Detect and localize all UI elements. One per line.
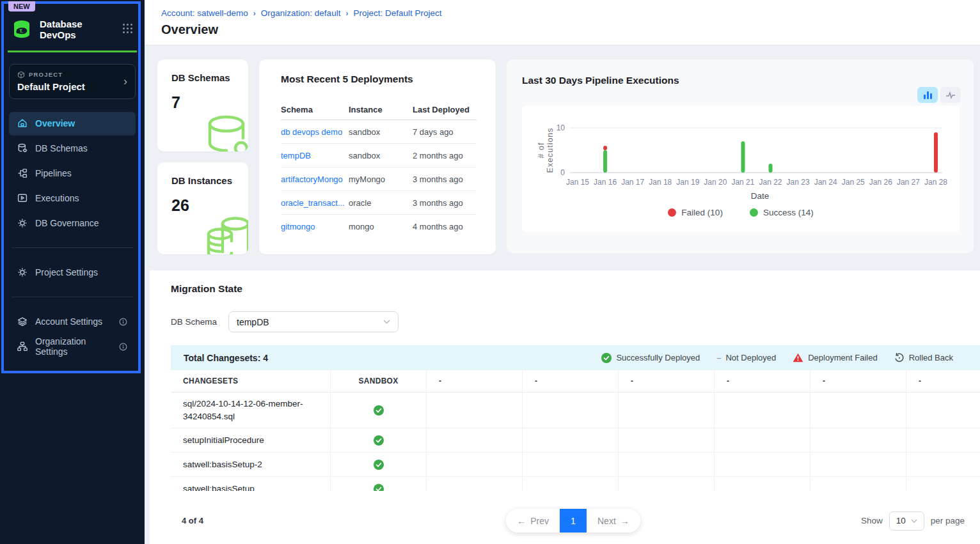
project-selector[interactable]: PROJECT Default Project › [9,64,136,99]
database-outline-icon [205,114,248,152]
chart-legend-item[interactable]: Success (14) [750,208,814,217]
page-size-select[interactable]: 10 [889,511,924,531]
breadcrumb-organization-link[interactable]: Organization: default [261,8,341,18]
svg-text:Date: Date [751,191,770,201]
sidebar-item-label: DB Governance [35,218,128,228]
show-label: Show [861,516,883,525]
dash-icon: – [716,353,721,362]
chevron-right-icon: › [123,75,127,88]
col-last-deployed: Last Deployed [413,105,477,114]
legend-deployment-failed: Deployment Failed [793,353,877,362]
db-schemas-card: DB Schemas 7 [157,59,248,152]
line-chart-toggle-button[interactable] [940,87,961,103]
svg-text:# ofExecutions: # ofExecutions [537,127,555,173]
db-instances-count: 26 [171,196,248,215]
deployments-header-row: Schema Instance Last Deployed [281,99,477,120]
schema-link[interactable]: tempDB [281,151,349,160]
sidebar-header: Database DevOps [9,9,136,41]
arrow-right-icon: → [620,516,629,526]
app-root: NEW Database DevOps PROJECT [0,0,980,544]
last-deployed-cell: 4 months ago [413,222,477,231]
svg-text:Jan 16: Jan 16 [594,178,617,187]
legend-not-deployed: – Not Deployed [716,353,776,362]
sidebar-item-organization-settings[interactable]: Organization Settings [9,335,136,359]
sidebar-item-db-governance[interactable]: DB Governance [9,212,136,235]
svg-text:Jan 25: Jan 25 [842,178,865,187]
app-launcher-grid-icon[interactable] [123,24,134,35]
prev-page-button[interactable]: ← Prev [506,509,560,532]
sidebar-item-label: Account Settings [35,316,111,327]
executions-plot-panel: 010# ofExecutionsJan 15Jan 16Jan 17Jan 1… [522,105,960,232]
col-changesets: CHANGESETS [171,370,331,392]
changeset-sandbox-status [331,428,427,453]
changesets-table: Total Changesets: 4 Successfully Deploye… [171,345,980,491]
instance-cell: sandbox [349,127,413,137]
col-placeholder: - [715,370,810,392]
info-icon[interactable] [118,317,128,327]
page-1-button[interactable]: 1 [560,509,587,532]
svg-text:Jan 15: Jan 15 [566,178,589,187]
chart-legend-item[interactable]: Failed (10) [668,208,723,217]
sidebar-item-project-settings[interactable]: Project Settings [9,261,136,284]
svg-text:10: 10 [557,123,565,132]
gear-icon [17,217,28,229]
legend-successfully-deployed: Successfully Deployed [601,353,700,363]
success-check-circle-icon [374,484,384,491]
database-devops-logo-icon [10,18,33,41]
col-schema: Schema [281,105,349,114]
changesets-header-band: Total Changesets: 4 Successfully Deploye… [171,345,980,370]
db-schema-select[interactable]: tempDB [228,311,399,332]
sidebar-nav-tertiary: Account Settings Organization Settings [9,310,136,359]
deployment-row: gitmongo mongo 4 months ago [281,215,477,238]
db-schema-label: DB Schema [171,317,217,327]
bar-chart-icon [923,91,933,100]
last-deployed-cell: 3 months ago [413,198,477,208]
breadcrumb-account-link[interactable]: Account: satwell-demo [161,8,248,18]
schema-link[interactable]: oracle_transact... [281,198,349,208]
db-instances-card: DB Instances 26 [157,162,248,254]
home-icon [17,118,28,129]
sidebar-item-executions[interactable]: Executions [9,187,136,210]
legend-label: Failed (10) [681,208,723,217]
total-changesets-label: Total Changesets: 4 [184,353,268,363]
cube-icon [17,71,25,79]
stat-title: DB Schemas [171,72,248,83]
sidebar-item-account-settings[interactable]: Account Settings [9,310,136,334]
pager: ← Prev 1 Next → [506,509,640,532]
org-chart-gear-icon [17,341,28,352]
legend-rolled-back: Rolled Back [894,353,953,363]
svg-text:Jan 21: Jan 21 [731,178,754,187]
sidebar-item-overview[interactable]: Overview [9,112,136,136]
col-placeholder: - [906,370,980,392]
instance-cell: mongo [349,222,413,231]
breadcrumb-project-link[interactable]: Project: Default Project [353,8,441,18]
legend-dot-icon [750,208,758,217]
chevron-down-icon [911,519,917,523]
database-stack-icon [203,215,248,254]
svg-text:Jan 28: Jan 28 [924,178,947,187]
chart-legend: Failed (10)Success (14) [668,208,813,217]
schema-link[interactable]: gitmongo [281,222,349,231]
warning-triangle-icon [793,353,803,362]
new-badge: NEW [8,1,35,12]
sidebar-divider [12,247,133,248]
col-instance: Instance [349,105,413,114]
db-schema-filter-row: DB Schema tempDB [171,311,980,332]
svg-text:Jan 27: Jan 27 [897,178,920,187]
success-check-circle-icon [374,460,384,470]
migration-title: Migration State [171,283,980,295]
sidebar: NEW Database DevOps PROJECT [0,0,145,544]
sidebar-item-db-schemas[interactable]: DB Schemas [9,137,136,160]
sidebar-item-pipelines[interactable]: Pipelines [9,162,136,185]
deployment-row: db devops demo sandbox 7 days ago [281,120,477,144]
info-icon[interactable] [118,342,128,352]
schema-link[interactable]: artifactoryMongo [281,175,349,184]
bar-chart-toggle-button[interactable] [917,87,938,103]
prev-label: Prev [530,516,549,526]
line-chart-icon [945,91,956,99]
next-page-button[interactable]: Next → [587,509,640,532]
deployment-row: artifactoryMongo myMongo 3 months ago [281,167,477,191]
schema-link[interactable]: db devops demo [281,127,349,137]
last-deployed-cell: 7 days ago [413,127,477,137]
migration-state-panel: Migration State DB Schema tempDB Total C… [150,270,980,544]
